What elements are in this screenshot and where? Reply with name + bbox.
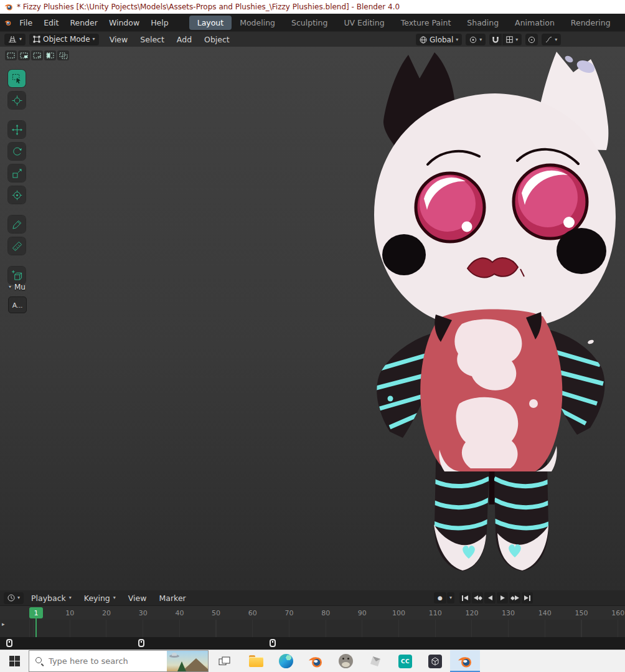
playhead-line[interactable] [35,618,37,637]
blender-logo-icon [4,2,13,11]
app-icon-file-explorer[interactable] [241,650,271,672]
auto-keying-dropdown[interactable]: ▾ [447,592,454,603]
tool-transform[interactable] [8,186,26,204]
editor-type-selector[interactable]: ▾ [4,34,26,45]
mode-dropdown[interactable]: Object Mode ▾ [29,34,99,45]
tab-animation[interactable]: Animation [507,16,563,30]
windows-logo-icon [9,656,20,666]
unity-icon [428,655,442,668]
magnet-icon [492,36,499,44]
clock-icon [7,594,15,602]
mode-label: Object Mode [43,35,90,44]
ufo-graphic [169,655,179,658]
tab-texture-paint[interactable]: Texture Paint [393,16,459,30]
redo-panel-button[interactable]: A... [8,296,27,313]
menu-keying[interactable]: Keying ▾ [79,592,121,605]
search-input[interactable] [49,651,162,671]
menu-playback[interactable]: Playback ▾ [26,592,77,605]
app-icon-model-viewer[interactable] [360,650,390,672]
menu-render[interactable]: Render [64,16,103,30]
select-mode-intersect-icon[interactable] [57,50,69,60]
jump-to-end-button[interactable] [522,592,533,603]
timeline-marker-icon[interactable] [138,639,144,647]
viewport-3d[interactable]: ▾ Mu A... [0,47,625,590]
tool-move[interactable] [8,121,26,138]
snap-toggle[interactable] [489,34,502,45]
falloff-curve-icon [545,36,552,43]
play-button[interactable] [497,592,508,603]
taskbar-search[interactable] [29,650,209,672]
timeline-ruler[interactable]: 10 20 30 40 50 60 70 80 90 100 110 120 1… [0,606,625,620]
tab-uv-editing[interactable]: UV Editing [336,16,392,30]
tab-layout[interactable]: Layout [189,16,232,30]
blender-menu-icon[interactable] [4,18,11,27]
tree-graphic [177,661,186,671]
app-icon-gimp[interactable] [331,650,360,672]
app-icon-blender[interactable] [301,650,331,672]
falloff-dropdown[interactable]: ▾ [542,34,561,45]
prev-keyframe-button[interactable] [472,592,483,603]
pivot-point-dropdown[interactable]: ▾ [466,34,486,45]
select-mode-row [5,50,69,60]
task-view-button[interactable] [211,650,237,672]
tool-add-cube[interactable] [8,267,26,284]
chevron-down-icon: ▾ [555,37,557,42]
tab-rendering[interactable]: Rendering [563,16,619,30]
menu-file[interactable]: File [14,16,38,30]
record-button[interactable]: ● [434,592,446,603]
app-icon-blender-active[interactable] [450,650,480,672]
timeline-marker-icon[interactable] [270,639,276,647]
tab-modeling[interactable]: Modeling [232,16,283,30]
workspace-tabs: Layout Modeling Sculpting UV Editing Tex… [189,16,621,30]
search-highlight-image[interactable] [167,651,208,671]
character-torso [420,309,562,471]
snap-with-dropdown[interactable]: ▾ [502,34,522,45]
menu-window[interactable]: Window [103,16,145,30]
viewport-canvas-plushie[interactable] [371,47,625,590]
jump-to-start-button[interactable] [459,592,471,603]
menu-marker[interactable]: Marker [154,592,191,605]
proportional-editing-icon [528,36,535,44]
transform-orientation-dropdown[interactable]: Global ▾ [416,34,462,45]
play-reverse-button[interactable] [484,592,496,603]
next-keyframe-button[interactable] [509,592,520,603]
chevron-down-icon: ▾ [456,37,458,42]
timeline-marker-icon[interactable] [6,639,12,647]
task-view-icon [219,656,230,666]
tab-compositing[interactable]: Compositing [619,16,621,30]
menu-viewport-view[interactable]: View [104,33,134,46]
tool-3d-cursor[interactable] [8,92,26,109]
transport-buttons [459,592,533,603]
tab-sculpting[interactable]: Sculpting [283,16,336,30]
chevron-down-icon: ▾ [449,595,452,600]
app-icon-unity[interactable] [420,650,450,672]
menu-edit[interactable]: Edit [38,16,64,30]
menu-viewport-select[interactable]: Select [134,33,170,46]
tab-shading[interactable]: Shading [459,16,507,30]
menu-timeline-view[interactable]: View [123,592,152,605]
app-icon-edge[interactable] [271,650,301,672]
menu-viewport-object[interactable]: Object [199,33,235,46]
folder-icon [249,655,263,667]
select-mode-subtract-icon[interactable] [31,50,43,60]
timeline-editor-type-selector[interactable]: ▾ [4,592,24,604]
tool-rotate[interactable] [8,143,26,160]
start-button[interactable] [0,650,29,672]
menu-help[interactable]: Help [145,16,174,30]
select-mode-extend-icon[interactable] [18,50,30,60]
select-mode-set-icon[interactable] [5,50,17,60]
channel-expand-icon[interactable]: ▸ [2,621,5,627]
tool-measure[interactable] [8,237,26,255]
tool-scale[interactable] [8,164,26,182]
timeline-track-area[interactable] [0,620,625,637]
select-mode-invert-icon[interactable] [44,50,56,60]
tool-annotate[interactable] [8,215,26,233]
proportional-editing-toggle[interactable] [525,34,538,45]
chevron-down-icon: ▾ [93,37,95,42]
menu-viewport-add[interactable]: Add [171,33,197,46]
current-frame-indicator[interactable]: 1 [29,607,43,618]
edge-icon [279,654,293,668]
app-icon-creative-cloud[interactable]: CC [390,650,420,672]
redo-panel-header[interactable]: ▾ Mu [9,283,26,291]
tool-select-box[interactable] [8,70,26,87]
